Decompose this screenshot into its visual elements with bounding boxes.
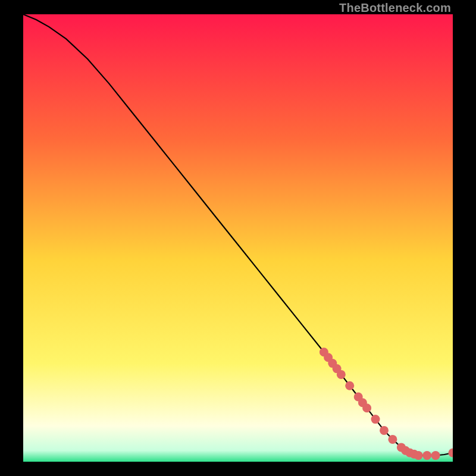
data-marker bbox=[388, 435, 397, 444]
data-marker bbox=[431, 451, 440, 460]
data-marker bbox=[422, 451, 431, 460]
watermark-text: TheBottleneck.com bbox=[339, 1, 451, 15]
data-marker bbox=[337, 370, 346, 379]
chart-frame bbox=[23, 14, 453, 462]
data-marker bbox=[371, 415, 380, 424]
data-marker bbox=[380, 426, 389, 435]
bottleneck-chart bbox=[23, 14, 453, 462]
data-marker bbox=[362, 403, 371, 412]
data-marker bbox=[345, 381, 354, 390]
data-marker bbox=[414, 451, 423, 460]
gradient-background bbox=[23, 14, 453, 462]
